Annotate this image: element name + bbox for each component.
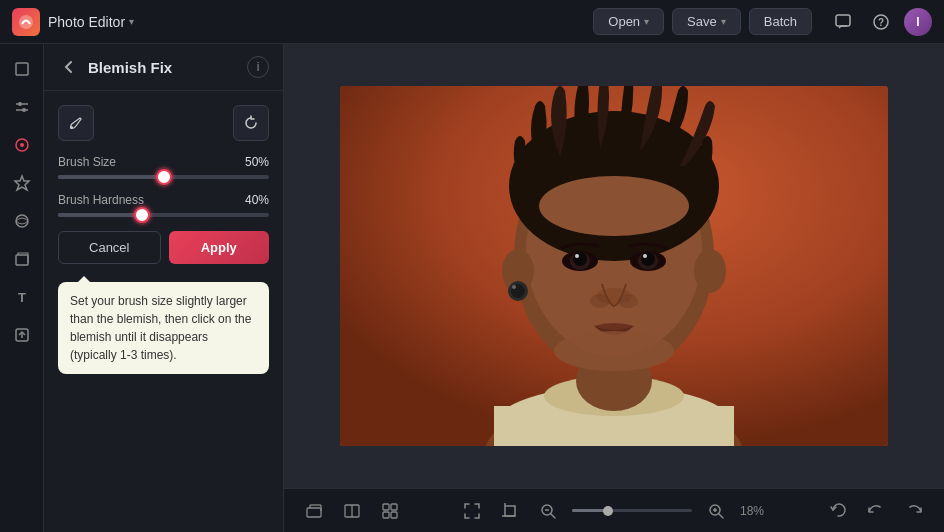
svg-rect-46 xyxy=(307,508,321,517)
bottom-bar: 18% xyxy=(284,488,944,532)
brush-hardness-label: Brush Hardness xyxy=(58,193,144,207)
cancel-button[interactable]: Cancel xyxy=(58,231,161,264)
canvas-image[interactable] xyxy=(340,86,888,446)
main-area: T Blemish Fix i xyxy=(0,44,944,532)
svg-point-17 xyxy=(70,126,73,129)
svg-text:T: T xyxy=(18,290,26,305)
svg-point-8 xyxy=(22,108,26,112)
apply-button[interactable]: Apply xyxy=(169,231,270,264)
svg-point-43 xyxy=(590,294,610,308)
sidebar-icon-text[interactable]: T xyxy=(5,280,39,314)
bottom-right-icons xyxy=(824,497,928,525)
svg-point-31 xyxy=(694,249,726,293)
open-chevron: ▾ xyxy=(644,16,649,27)
svg-point-45 xyxy=(554,331,674,371)
left-sidebar: T xyxy=(0,44,44,532)
zoom-controls: 18% xyxy=(416,497,812,525)
batch-label: Batch xyxy=(764,14,797,29)
svg-point-37 xyxy=(575,254,579,258)
fit-screen-button[interactable] xyxy=(458,497,486,525)
sidebar-icon-export[interactable] xyxy=(5,318,39,352)
layers-icon-button[interactable] xyxy=(300,497,328,525)
save-button[interactable]: Save ▾ xyxy=(672,8,741,35)
sidebar-icon-adjust[interactable] xyxy=(5,90,39,124)
svg-point-44 xyxy=(618,294,638,308)
svg-rect-56 xyxy=(505,506,515,516)
zoom-out-button[interactable] xyxy=(534,497,562,525)
sidebar-icon-filter[interactable] xyxy=(5,204,39,238)
sidebar-icon-retouch[interactable] xyxy=(5,128,39,162)
undo-button[interactable] xyxy=(862,497,890,525)
panel-content: Brush Size 50% Brush Hardness 40% xyxy=(44,91,283,388)
svg-point-12 xyxy=(16,215,28,227)
zoom-slider[interactable] xyxy=(572,509,692,512)
app-name-button[interactable]: Photo Editor ▾ xyxy=(48,14,134,30)
panel-header: Blemish Fix i xyxy=(44,44,283,91)
svg-rect-55 xyxy=(391,512,397,518)
svg-point-30 xyxy=(512,285,516,289)
bottom-left-icons xyxy=(300,497,404,525)
compare-icon-button[interactable] xyxy=(338,497,366,525)
tooltip-box: Set your brush size slightly larger than… xyxy=(58,282,269,374)
svg-rect-54 xyxy=(383,512,389,518)
canvas-viewport[interactable] xyxy=(284,44,944,488)
help-icon-button[interactable]: ? xyxy=(866,7,896,37)
brush-size-value: 50% xyxy=(245,155,269,169)
brush-hardness-value: 40% xyxy=(245,193,269,207)
user-avatar[interactable]: I xyxy=(904,8,932,36)
zoom-percentage: 18% xyxy=(740,504,770,518)
svg-rect-4 xyxy=(16,63,28,75)
save-chevron: ▾ xyxy=(721,16,726,27)
batch-button[interactable]: Batch xyxy=(749,8,812,35)
open-button[interactable]: Open ▾ xyxy=(593,8,664,35)
tooltip-text: Set your brush size slightly larger than… xyxy=(70,294,251,362)
tool-row xyxy=(58,105,269,141)
brush-size-control: Brush Size 50% xyxy=(58,155,269,179)
svg-rect-53 xyxy=(391,504,397,510)
info-button[interactable]: i xyxy=(247,56,269,78)
blemish-fix-panel: Blemish Fix i xyxy=(44,44,284,532)
app-title-chevron: ▾ xyxy=(129,16,134,27)
svg-line-65 xyxy=(719,514,723,518)
svg-point-41 xyxy=(643,254,647,258)
app-logo xyxy=(12,8,40,36)
brush-hardness-control: Brush Hardness 40% xyxy=(58,193,269,217)
svg-line-61 xyxy=(551,514,555,518)
reset-tool-button[interactable] xyxy=(233,105,269,141)
panel-title: Blemish Fix xyxy=(88,59,239,76)
svg-text:?: ? xyxy=(878,17,884,28)
brush-size-label-row: Brush Size 50% xyxy=(58,155,269,169)
brush-size-slider[interactable] xyxy=(58,175,269,179)
svg-point-0 xyxy=(19,15,33,29)
undo2-button[interactable] xyxy=(824,497,852,525)
chat-icon-button[interactable] xyxy=(828,7,858,37)
svg-point-33 xyxy=(539,176,689,236)
brush-hardness-slider[interactable] xyxy=(58,213,269,217)
svg-rect-13 xyxy=(16,255,28,265)
crop-icon-button[interactable] xyxy=(496,497,524,525)
app-title-text: Photo Editor xyxy=(48,14,125,30)
redo-button[interactable] xyxy=(900,497,928,525)
open-label: Open xyxy=(608,14,640,29)
svg-point-10 xyxy=(20,143,24,147)
info-icon: i xyxy=(257,60,260,74)
brush-tool-button[interactable] xyxy=(58,105,94,141)
sidebar-icon-crop[interactable] xyxy=(5,52,39,86)
brush-hardness-label-row: Brush Hardness 40% xyxy=(58,193,269,207)
zoom-in-button[interactable] xyxy=(702,497,730,525)
svg-rect-1 xyxy=(836,15,850,26)
topbar: Photo Editor ▾ Open ▾ Save ▾ Batch ? I xyxy=(0,0,944,44)
topbar-right-icons: ? I xyxy=(828,7,932,37)
avatar-letter: I xyxy=(916,15,919,29)
brush-size-label: Brush Size xyxy=(58,155,116,169)
back-button[interactable] xyxy=(58,56,80,78)
canvas-area: 18% xyxy=(284,44,944,532)
sidebar-icon-layers[interactable] xyxy=(5,242,39,276)
grid-icon-button[interactable] xyxy=(376,497,404,525)
svg-rect-52 xyxy=(383,504,389,510)
svg-point-36 xyxy=(573,252,587,266)
svg-point-7 xyxy=(18,102,22,106)
sidebar-icon-effects[interactable] xyxy=(5,166,39,200)
save-label: Save xyxy=(687,14,717,29)
action-buttons: Cancel Apply xyxy=(58,231,269,264)
